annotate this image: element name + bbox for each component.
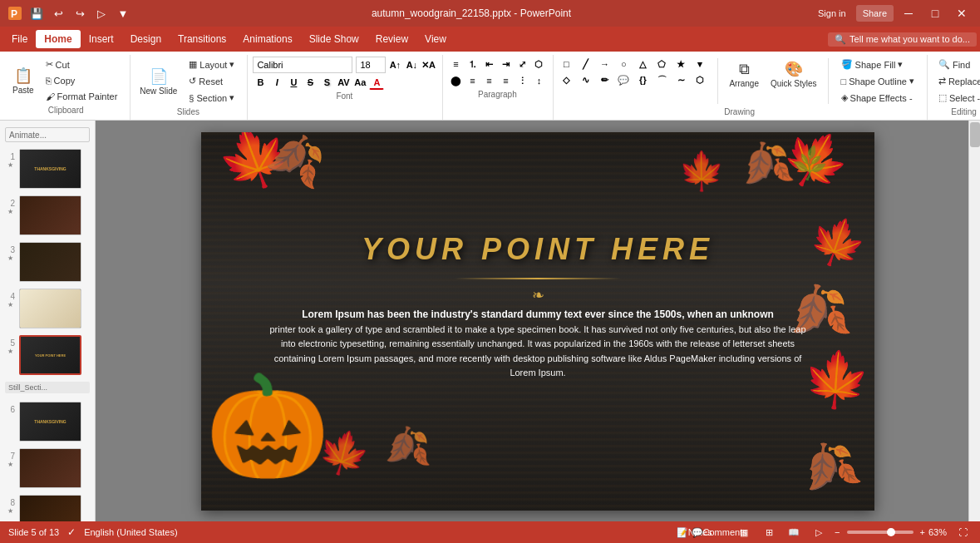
shape-wave[interactable]: ∼ [673,72,688,87]
convert-to-smartart-button[interactable]: ⬡ [531,57,546,72]
justify-button[interactable]: ≡ [498,73,513,88]
paste-button[interactable]: 📋 Paste [8,63,38,98]
slide-thumb-6[interactable]: 6 ★ THANKSGIVING [5,402,90,442]
present-button[interactable]: ▷ [93,5,110,22]
reading-view-button[interactable]: 📖 [785,525,803,540]
menu-review[interactable]: Review [367,30,416,48]
slide-thumbnail-7[interactable] [19,448,81,488]
zoom-in-button[interactable]: + [920,527,925,537]
slide-thumbnail-6[interactable]: THANKSGIVING [19,402,81,442]
layout-button[interactable]: ▦ Layout ▾ [183,57,240,72]
change-case-button[interactable]: Aa [352,75,367,90]
zoom-control[interactable]: − + 63% [835,527,947,537]
underline-button[interactable]: U [286,75,301,90]
quick-styles-button[interactable]: 🎨 Quick Styles [766,57,821,91]
slide-thumbnail-3[interactable] [19,242,81,282]
increase-font-size-button[interactable]: A↑ [387,57,402,72]
shape-curve[interactable]: ∿ [578,72,593,87]
slideshow-button[interactable]: ▷ [810,525,828,540]
fit-to-window-button[interactable]: ⛶ [953,525,972,540]
zoom-out-button[interactable]: − [835,527,840,537]
shape-star[interactable]: ★ [673,57,688,72]
zoom-thumb[interactable] [887,528,895,536]
shape-callout[interactable]: 💬 [616,72,631,87]
find-button[interactable]: 🔍 Find [933,57,980,72]
text-direction-button[interactable]: ⤢ [515,57,529,72]
format-painter-button[interactable]: 🖌 Format Painter [40,89,124,104]
slide-title[interactable]: YOUR POINT HERE [201,232,874,267]
new-slide-button[interactable]: 📄 New Slide [135,64,181,99]
copy-button[interactable]: ⎘ Copy [40,73,124,88]
replace-button[interactable]: ⇄ Replace ▾ [933,73,980,89]
menu-animations[interactable]: Animations [234,30,300,48]
font-name-input[interactable]: Calibri [253,57,352,73]
strikethrough-button[interactable]: S [303,75,318,90]
align-center-button[interactable]: ≡ [465,73,480,88]
shape-triangle[interactable]: △ [635,57,650,72]
shape-bracket[interactable]: {} [635,72,650,87]
shape-rect[interactable]: □ [559,57,574,72]
reset-button[interactable]: ↺ Reset [183,73,240,89]
bold-button[interactable]: B [253,75,268,90]
select-button[interactable]: ⬚ Select - [933,90,980,106]
menu-transitions[interactable]: Transitions [170,30,234,48]
columns-button[interactable]: ⋮ [515,73,529,88]
slide-thumb-7[interactable]: 7 ★ [5,448,90,488]
vertical-scrollbar[interactable] [968,121,980,521]
slide-thumbnail-1[interactable]: THANKSGIVING [19,149,81,189]
numbering-button[interactable]: ⒈ [465,57,480,72]
decrease-font-size-button[interactable]: A↓ [404,57,419,72]
menu-file[interactable]: File [3,30,36,48]
slide-thumb-5[interactable]: 5 ★ YOUR POINT HERE [5,335,90,375]
shape-pentagon[interactable]: ⬠ [654,57,669,72]
comments-button[interactable]: 💬 Comments [710,525,728,540]
slide-canvas[interactable]: 🍁 🍂 🍁 🍂 🍁 🍁 🍂 🍁 🍂 🍁 🍂 🎃 YOUR POINT HERE … [201,132,874,511]
close-button[interactable]: ✕ [950,5,973,22]
section-button[interactable]: § Section ▾ [183,90,240,106]
line-spacing-button[interactable]: ↕ [531,73,546,88]
shape-misc[interactable]: ⬡ [692,72,707,87]
slide-thumb-4[interactable]: 4 ★ [5,289,90,328]
cut-button[interactable]: ✂ Cut [40,57,124,72]
align-right-button[interactable]: ≡ [481,73,496,88]
align-left-button[interactable]: ⬤ [448,73,463,88]
slide-thumbnail-4[interactable] [19,289,81,328]
shape-diamond[interactable]: ◇ [559,72,574,87]
redo-button[interactable]: ↪ [71,5,88,22]
menu-slideshow[interactable]: Slide Show [301,30,367,48]
font-size-input[interactable]: 18 [356,57,386,73]
menu-design[interactable]: Design [122,30,170,48]
bullets-button[interactable]: ≡ [448,57,463,72]
save-button[interactable]: 💾 [28,5,45,22]
increase-indent-button[interactable]: ⇥ [498,57,513,72]
sign-in-button[interactable]: Sign in [811,5,853,22]
minimize-button[interactable]: ─ [897,5,920,22]
shape-effects-button[interactable]: ◈ Shape Effects - [835,90,920,106]
arrange-button[interactable]: ⧉ Arrange [725,57,763,91]
menu-insert[interactable]: Insert [81,30,122,48]
share-button[interactable]: Share [856,5,894,22]
font-color-button[interactable]: A [369,75,384,90]
menu-home[interactable]: Home [36,30,80,48]
shape-ellipse[interactable]: ○ [616,57,631,72]
restore-button[interactable]: □ [923,5,947,22]
undo-button[interactable]: ↩ [50,5,66,22]
slide-sorter-button[interactable]: ⊞ [760,525,778,540]
slide-thumb-2[interactable]: 2 ★ [5,195,90,235]
shape-line[interactable]: ╱ [578,57,593,72]
slide-thumbnail-8[interactable] [19,495,81,521]
slide-thumb-3[interactable]: 3 ★ [5,242,90,282]
normal-view-button[interactable]: ▦ [735,525,753,540]
char-spacing-button[interactable]: AV [336,75,351,90]
shape-freeform[interactable]: ✏ [597,72,612,87]
slide-thumb-1[interactable]: 1 ★ THANKSGIVING [5,149,90,189]
customize-button[interactable]: ▼ [115,5,131,22]
scrollbar-thumb[interactable] [970,122,980,147]
shape-outline-button[interactable]: □ Shape Outline ▾ [835,73,920,89]
shadow-button[interactable]: S [319,75,334,90]
shape-fill-button[interactable]: 🪣 Shape Fill ▾ [835,57,920,72]
menu-view[interactable]: View [416,30,455,48]
search-box[interactable]: 🔍 Tell me what you want to do... [828,32,977,47]
slide-thumb-8[interactable]: 8 ★ [5,495,90,521]
shape-arrow[interactable]: → [597,57,612,72]
